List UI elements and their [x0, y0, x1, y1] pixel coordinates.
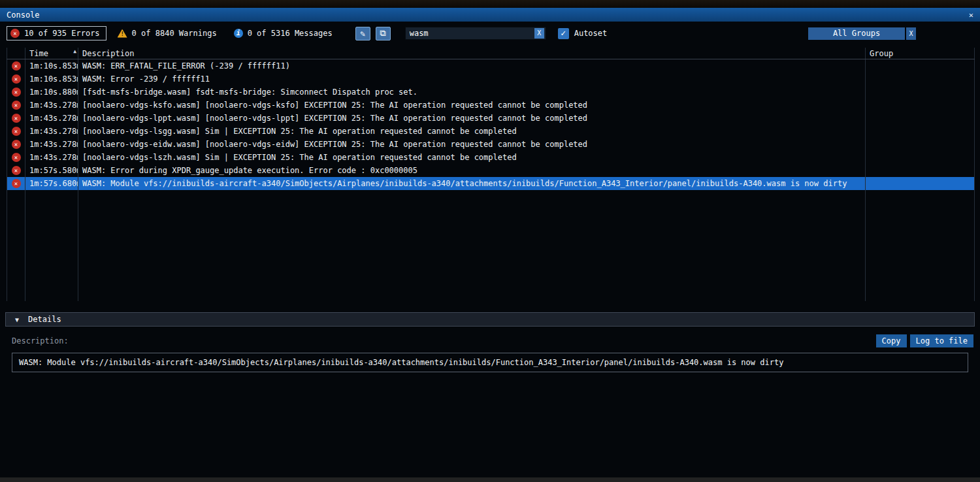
window-title: Console — [7, 10, 40, 20]
filter-input[interactable] — [406, 29, 534, 38]
console-table-body: ✕ 1m:10s.853m WASM: ERR_FATAL_FILE_ERROR… — [7, 59, 975, 301]
row-group — [866, 164, 975, 177]
groups-filter: All Groups X — [808, 27, 916, 40]
row-group — [866, 112, 975, 125]
console-table: Time ▲ Description Group ✕ 1m:10s.853m W… — [7, 48, 975, 301]
row-group — [866, 59, 975, 72]
table-row[interactable]: ✕ 1m:43s.278m [noolaero-vdgs-lszh.wasm] … — [7, 151, 975, 164]
description-label: Description: — [12, 336, 69, 345]
row-time: 1m:57s.580m — [25, 164, 78, 177]
error-icon: ✕ — [12, 88, 21, 97]
row-description: WASM: Error during XPDR_gauge_update exe… — [78, 164, 866, 177]
row-time: 1m:43s.278m — [25, 99, 78, 112]
details-description-text: WASM: Module vfs://inibuilds-aircraft-a3… — [19, 358, 783, 367]
row-group — [866, 138, 975, 151]
warning-icon: ! — [118, 29, 127, 38]
edit-icon: ✎ — [360, 29, 365, 39]
row-description: [noolaero-vdgs-lppt.wasm] [noolaero-vdgs… — [78, 112, 866, 125]
details-buttons: Copy Log to file — [876, 334, 973, 347]
console-titlebar: Console ✕ — [0, 8, 980, 22]
table-row[interactable]: ✕ 1m:43s.278m [noolaero-vdgs-lppt.wasm] … — [7, 112, 975, 125]
clear-console-button[interactable]: ✎ — [355, 27, 370, 40]
row-group — [866, 72, 975, 86]
row-group — [866, 177, 975, 190]
groups-clear-button[interactable]: X — [906, 27, 916, 40]
row-description: [noolaero-vdgs-ksfo.wasm] [noolaero-vdgs… — [78, 99, 866, 112]
row-icon-cell: ✕ — [7, 164, 25, 177]
messages-count-label: 0 of 5316 Messages — [248, 29, 333, 38]
row-icon-cell: ✕ — [7, 112, 25, 125]
table-row[interactable]: ✕ 1m:43s.278m [noolaero-vdgs-eidw.wasm] … — [7, 138, 975, 151]
details-description-box: WASM: Module vfs://inibuilds-aircraft-a3… — [12, 353, 968, 372]
sort-asc-icon: ▲ — [73, 48, 76, 54]
copy-icon: ⧉ — [380, 28, 386, 39]
console-toolbar: ✕ 10 of 935 Errors ! 0 of 8840 Warnings … — [0, 22, 980, 45]
errors-count-label: 10 of 935 Errors — [24, 29, 100, 38]
error-icon: ✕ — [12, 166, 21, 175]
table-row[interactable]: ✕ 1m:10s.853m WASM: ERR_FATAL_FILE_ERROR… — [7, 59, 975, 72]
header-time-column[interactable]: Time ▲ — [25, 48, 78, 59]
table-row[interactable]: ✕ 1m:57s.680m WASM: Module vfs://inibuil… — [7, 177, 975, 190]
row-description: WASM: ERR_FATAL_FILE_ERROR (-239 / fffff… — [78, 59, 866, 72]
row-description: WASM: Module vfs://inibuilds-aircraft-a3… — [78, 177, 866, 190]
row-icon-cell: ✕ — [7, 138, 25, 151]
row-icon-cell: ✕ — [7, 125, 25, 138]
filter-input-wrap: X — [405, 27, 546, 40]
header-description-column[interactable]: Description — [78, 48, 866, 59]
details-header[interactable]: ▼ Details — [5, 312, 975, 327]
row-description: [fsdt-msfs-bridge.wasm] fsdt-msfs-bridge… — [78, 86, 866, 99]
details-meta-row: Description: Copy Log to file — [12, 334, 973, 348]
header-icon-column — [7, 48, 25, 59]
error-icon: ✕ — [12, 61, 21, 71]
row-time: 1m:57s.680m — [25, 177, 78, 190]
row-time: 1m:10s.853m — [25, 59, 78, 72]
table-header: Time ▲ Description Group — [7, 48, 975, 59]
error-icon: ✕ — [12, 114, 21, 123]
game-background-strip — [0, 0, 980, 8]
group-column-label: Group — [870, 49, 893, 58]
row-description: WASM: Error -239 / ffffff11 — [78, 72, 866, 86]
filter-clear-button[interactable]: X — [534, 28, 544, 39]
log-to-file-button[interactable]: Log to file — [910, 334, 973, 347]
warnings-count-label: 0 of 8840 Warnings — [132, 29, 217, 38]
groups-dropdown-label: All Groups — [833, 29, 880, 38]
row-group — [866, 125, 975, 138]
row-group — [866, 99, 975, 112]
table-row[interactable]: ✕ 1m:10s.880m [fsdt-msfs-bridge.wasm] fs… — [7, 86, 975, 99]
details-title: Details — [28, 315, 61, 324]
table-row[interactable]: ✕ 1m:57s.580m WASM: Error during XPDR_ga… — [7, 164, 975, 177]
error-icon: ✕ — [12, 127, 21, 136]
row-description: [noolaero-vdgs-lszh.wasm] Sim | EXCEPTIO… — [78, 151, 866, 164]
row-time: 1m:10s.853m — [25, 72, 78, 86]
copy-log-button[interactable]: ⧉ — [376, 27, 391, 40]
description-column-label: Description — [82, 49, 134, 58]
messages-filter-button[interactable]: i 0 of 5316 Messages — [231, 27, 338, 40]
error-icon: ✕ — [12, 153, 21, 162]
bottom-edge-strip — [0, 477, 980, 482]
error-icon: ✕ — [10, 29, 20, 38]
row-time: 1m:43s.278m — [25, 138, 78, 151]
row-icon-cell: ✕ — [7, 151, 25, 164]
row-icon-cell: ✕ — [7, 72, 25, 86]
autoset-checkbox[interactable]: ✓ — [558, 28, 569, 39]
row-time: 1m:43s.278m — [25, 151, 78, 164]
info-icon: i — [234, 29, 243, 38]
header-group-column[interactable]: Group — [866, 48, 975, 59]
close-icon[interactable]: ✕ — [969, 10, 973, 20]
groups-dropdown-button[interactable]: All Groups — [808, 27, 905, 40]
table-empty-area — [7, 190, 975, 301]
warnings-filter-button[interactable]: ! 0 of 8840 Warnings — [114, 27, 223, 40]
row-icon-cell: ✕ — [7, 99, 25, 112]
time-column-label: Time — [29, 49, 48, 58]
row-time: 1m:43s.278m — [25, 125, 78, 138]
table-row[interactable]: ✕ 1m:43s.278m [noolaero-vdgs-lsgg.wasm] … — [7, 125, 975, 138]
table-row[interactable]: ✕ 1m:43s.278m [noolaero-vdgs-ksfo.wasm] … — [7, 99, 975, 112]
error-icon: ✕ — [12, 74, 21, 84]
table-row[interactable]: ✕ 1m:10s.853m WASM: Error -239 / ffffff1… — [7, 72, 975, 86]
error-icon: ✕ — [12, 140, 21, 149]
errors-filter-button[interactable]: ✕ 10 of 935 Errors — [7, 26, 106, 40]
collapse-icon[interactable]: ▼ — [15, 316, 19, 323]
copy-button[interactable]: Copy — [876, 334, 907, 347]
autoset-label: Autoset — [574, 29, 608, 38]
error-icon: ✕ — [12, 179, 21, 188]
